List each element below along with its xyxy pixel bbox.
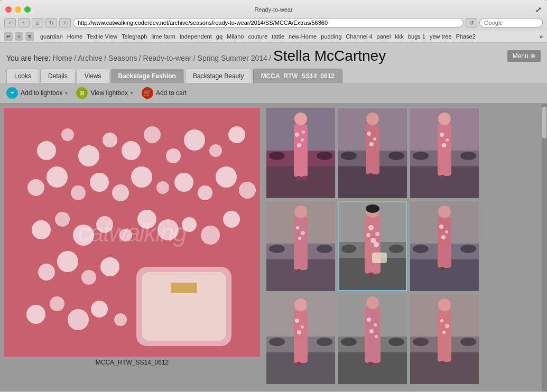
bookmark-kkk[interactable]: kkk <box>395 33 404 40</box>
svg-point-120 <box>269 338 285 346</box>
svg-point-72 <box>413 152 429 160</box>
svg-point-13 <box>71 185 86 200</box>
svg-point-109 <box>413 245 429 253</box>
tabs-bar: Looks Details Views Backstage Fashion Ba… <box>0 69 547 83</box>
tab-backstage-fashion[interactable]: Backstage Fashion <box>110 69 184 83</box>
svg-point-146 <box>438 298 451 311</box>
bookmark-telegraph[interactable]: Telegraph <box>122 33 147 40</box>
bookmark-new-home[interactable]: new-Home <box>289 33 317 40</box>
svg-point-5 <box>122 141 141 160</box>
bookmark-phase2[interactable]: Phase2 <box>456 33 476 40</box>
refresh-button[interactable]: ↺ <box>466 18 477 27</box>
add-tab-button[interactable]: + <box>59 18 71 27</box>
svg-point-6 <box>144 126 161 143</box>
window-expand-icon[interactable]: ⤢ <box>535 5 542 14</box>
bookmark-yew-tree[interactable]: yew tree <box>430 33 452 40</box>
thumbnail-5-selected[interactable] <box>338 201 407 291</box>
add-to-lightbox-button[interactable]: + Add to lightbox ▾ <box>6 87 68 99</box>
svg-rect-33 <box>142 272 226 341</box>
svg-point-51 <box>294 113 307 125</box>
add-lightbox-dropdown-icon[interactable]: ▾ <box>65 90 68 96</box>
scrollbar-thumb[interactable] <box>542 107 546 138</box>
bookmark-textile[interactable]: Textile View <box>87 33 117 40</box>
tab-details[interactable]: Details <box>40 69 76 83</box>
thumbnail-9[interactable] <box>410 294 479 384</box>
url-input[interactable] <box>73 18 463 27</box>
scrollbar[interactable] <box>542 104 547 391</box>
close-button[interactable] <box>5 6 12 13</box>
svg-point-89 <box>298 237 301 240</box>
bookmark-tattie[interactable]: tattie <box>272 33 284 40</box>
svg-point-84 <box>317 245 332 253</box>
main-image: catwalking <box>4 108 260 357</box>
bookmark-gq[interactable]: gq <box>216 33 222 40</box>
svg-point-148 <box>445 324 449 328</box>
search-input[interactable] <box>479 18 543 27</box>
breadcrumb-link-seasons[interactable]: Seasons <box>108 54 137 62</box>
bookmark-icon-2[interactable]: ☆ <box>15 32 23 41</box>
bookmark-milano[interactable]: Milano <box>227 33 244 40</box>
minimize-button[interactable] <box>15 6 21 13</box>
thumbnail-row-3 <box>266 294 537 384</box>
content-split: catwalking MCCA_RTW_SS14_0612 <box>0 104 547 391</box>
view-lightbox-label: View lightbox <box>90 89 128 97</box>
svg-point-62 <box>388 152 404 160</box>
svg-point-124 <box>295 319 299 323</box>
bookmark-pudding[interactable]: pudding <box>321 33 341 40</box>
thumbnail-6[interactable] <box>410 201 479 291</box>
breadcrumb-link-home[interactable]: Home <box>52 54 72 62</box>
thumbnail-2[interactable] <box>338 108 407 198</box>
bookmark-channel4[interactable]: Channel 4 <box>346 33 372 40</box>
bookmark-bugs1[interactable]: bugs 1 <box>408 33 425 40</box>
cart-icon: 🛒 <box>142 87 153 99</box>
home-button[interactable]: ⌂ <box>32 18 43 27</box>
bookmarks-overflow[interactable]: » <box>540 33 543 40</box>
bookmark-panel[interactable]: panel <box>377 33 391 40</box>
bookmark-guardian[interactable]: guardian <box>40 33 63 40</box>
bookmark-couture[interactable]: couture <box>248 33 267 40</box>
svg-rect-34 <box>171 283 197 293</box>
tab-backstage-beauty[interactable]: Backstage Beauty <box>185 69 252 83</box>
menu-button[interactable]: Menu ⊕ <box>507 50 541 62</box>
bookmark-home[interactable]: Home <box>67 33 82 40</box>
thumbnail-1[interactable] <box>266 108 335 198</box>
bookmark-icon-3[interactable]: ≡ <box>25 32 34 41</box>
bookmark-independent[interactable]: Independent <box>180 33 212 40</box>
svg-point-23 <box>55 212 70 227</box>
window-controls[interactable] <box>5 6 31 13</box>
back-button[interactable]: ‹ <box>4 18 16 27</box>
view-lightbox-button[interactable]: ⊞ View lightbox ▾ <box>76 87 133 99</box>
thumbnail-3[interactable] <box>410 108 479 198</box>
tab-looks[interactable]: Looks <box>6 69 39 83</box>
thumb-3-svg <box>410 108 479 198</box>
svg-point-40 <box>50 296 64 311</box>
svg-rect-63 <box>366 124 379 174</box>
svg-point-3 <box>78 145 99 166</box>
main-image-container[interactable]: catwalking <box>4 108 260 357</box>
svg-point-22 <box>32 220 51 239</box>
view-lightbox-dropdown-icon[interactable]: ▾ <box>131 90 133 96</box>
maximize-button[interactable] <box>24 6 31 13</box>
svg-point-99 <box>368 225 374 230</box>
bookmark-icon-1[interactable]: ↩ <box>4 32 13 41</box>
svg-point-131 <box>341 338 357 346</box>
thumbnail-4[interactable] <box>266 201 335 291</box>
thumbnail-8[interactable] <box>338 294 407 384</box>
svg-point-49 <box>317 152 332 160</box>
svg-point-77 <box>446 138 449 142</box>
forward-button[interactable]: › <box>18 18 30 27</box>
thumbnail-7[interactable] <box>266 294 335 384</box>
breadcrumb-link-archive[interactable]: Archive <box>78 54 103 62</box>
add-to-cart-button[interactable]: 🛒 Add to cart <box>142 87 187 99</box>
add-lightbox-icon: + <box>6 87 18 99</box>
tab-current-image[interactable]: MCCA_RTW_SS14_0612 <box>253 69 342 83</box>
breadcrumb-link-rtw[interactable]: Ready-to-wear <box>143 54 192 62</box>
svg-point-21 <box>239 182 256 199</box>
tab-views[interactable]: Views <box>77 69 109 83</box>
main-image-panel: catwalking MCCA_RTW_SS14_0612 <box>0 104 264 391</box>
svg-point-136 <box>374 323 377 326</box>
bookmark-limefarm[interactable]: lime farm <box>151 33 175 40</box>
svg-rect-57 <box>302 176 307 180</box>
reload-button[interactable]: ↻ <box>45 18 57 27</box>
breadcrumb-link-season[interactable]: Spring Summer 2014 <box>198 54 267 62</box>
